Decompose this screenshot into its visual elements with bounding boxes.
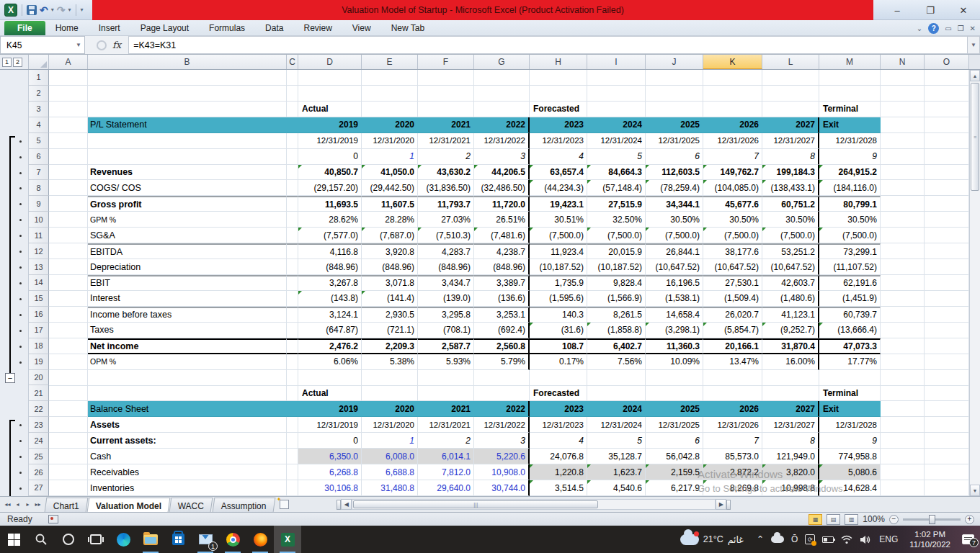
- cell-I12[interactable]: 20,015.9: [587, 243, 646, 259]
- cell-O13[interactable]: [925, 259, 969, 275]
- cell-I1[interactable]: [587, 70, 646, 86]
- cell-B6[interactable]: [88, 149, 287, 165]
- column-header-N[interactable]: N: [881, 55, 925, 69]
- cell-N5[interactable]: [881, 133, 925, 149]
- cell-E6[interactable]: 1: [362, 149, 418, 165]
- cell-F14[interactable]: 3,434.7: [418, 275, 474, 291]
- cell-E24[interactable]: 1: [362, 433, 418, 449]
- cell-L10[interactable]: 30.50%: [762, 212, 819, 228]
- restore-button[interactable]: ❐: [914, 0, 947, 20]
- cell-G9[interactable]: 11,720.0: [474, 196, 530, 212]
- first-sheet-icon[interactable]: ◂◂: [3, 501, 12, 508]
- cell-C11[interactable]: [287, 228, 298, 243]
- cell-O1[interactable]: [925, 70, 969, 86]
- cell-H13[interactable]: (10,187.52): [530, 259, 587, 275]
- cell-E21[interactable]: [362, 386, 418, 402]
- cell-I23[interactable]: 12/31/2024: [587, 417, 646, 433]
- cell-D3[interactable]: Actual: [298, 102, 362, 117]
- cell-D2[interactable]: [298, 86, 362, 102]
- cell-O4[interactable]: [925, 117, 969, 133]
- cell-E3[interactable]: [362, 102, 418, 117]
- cell-I3[interactable]: [587, 102, 646, 117]
- cell-F2[interactable]: [418, 86, 474, 102]
- cell-B21[interactable]: [88, 386, 287, 402]
- cell-K20[interactable]: [703, 370, 762, 386]
- horizontal-scroll-thumb[interactable]: |||: [353, 500, 598, 508]
- cell-D5[interactable]: 12/31/2019: [298, 133, 362, 149]
- cell-L24[interactable]: 8: [762, 433, 819, 449]
- cell-D23[interactable]: 12/31/2019: [298, 417, 362, 433]
- cell-N17[interactable]: [881, 323, 925, 338]
- cell-K9[interactable]: 45,677.6: [703, 196, 762, 212]
- cell-K19[interactable]: 13.47%: [703, 354, 762, 370]
- cell-I13[interactable]: (10,187.52): [587, 259, 646, 275]
- cell-O18[interactable]: [925, 338, 969, 354]
- cell-L15[interactable]: (1,480.6): [762, 291, 819, 307]
- cell-N4[interactable]: [881, 117, 925, 133]
- cell-J11[interactable]: (7,500.0): [646, 228, 703, 243]
- cell-J7[interactable]: 112,603.5: [646, 165, 703, 181]
- cell-E23[interactable]: 12/31/2020: [362, 417, 418, 433]
- cell-H26[interactable]: 1,220.8: [530, 464, 587, 480]
- cell-N10[interactable]: [881, 212, 925, 228]
- cell-K12[interactable]: 38,177.6: [703, 243, 762, 259]
- page-break-view-button[interactable]: ▥: [845, 514, 858, 525]
- cell-H23[interactable]: 12/31/2023: [530, 417, 587, 433]
- cell-I21[interactable]: [587, 386, 646, 402]
- cell-M6[interactable]: 9: [819, 149, 881, 165]
- cell-J25[interactable]: 56,042.8: [646, 449, 703, 464]
- column-header-K[interactable]: K: [703, 55, 762, 69]
- save-icon[interactable]: [27, 5, 37, 15]
- file-explorer-button[interactable]: [137, 526, 164, 553]
- cell-N21[interactable]: [881, 386, 925, 402]
- workbook-minimize-icon[interactable]: ▭: [945, 24, 951, 32]
- cell-A6[interactable]: [49, 149, 88, 165]
- row-header-7[interactable]: 7: [29, 165, 49, 181]
- column-header-B[interactable]: B: [88, 55, 287, 69]
- cell-F1[interactable]: [418, 70, 474, 86]
- language-indicator[interactable]: ENG: [879, 534, 898, 544]
- cell-I15[interactable]: (1,566.9): [587, 291, 646, 307]
- redo-icon[interactable]: ↷: [57, 5, 66, 15]
- cell-B8[interactable]: COGS/ COS: [88, 180, 287, 196]
- cell-F20[interactable]: [418, 370, 474, 386]
- cell-J16[interactable]: 14,658.4: [646, 307, 703, 323]
- cell-A15[interactable]: [49, 291, 88, 307]
- cell-L8[interactable]: (138,433.1): [762, 180, 819, 196]
- cell-N8[interactable]: [881, 180, 925, 196]
- cell-L25[interactable]: 121,949.0: [762, 449, 819, 464]
- cell-G4[interactable]: 2022: [474, 117, 530, 133]
- cell-H8[interactable]: (44,234.3): [530, 180, 587, 196]
- cell-F6[interactable]: 2: [418, 149, 474, 165]
- cell-J21[interactable]: [646, 386, 703, 402]
- cell-I9[interactable]: 27,515.9: [587, 196, 646, 212]
- cell-C24[interactable]: [287, 433, 298, 449]
- cell-B10[interactable]: GPM %: [88, 212, 287, 228]
- cell-H14[interactable]: 1,735.9: [530, 275, 587, 291]
- cell-F18[interactable]: 2,587.7: [418, 338, 474, 354]
- zoom-slider-thumb[interactable]: [929, 515, 935, 524]
- cell-B26[interactable]: Receivables: [88, 464, 287, 480]
- cell-J3[interactable]: [646, 102, 703, 117]
- page-layout-view-button[interactable]: ▤: [827, 514, 840, 525]
- cell-N16[interactable]: [881, 307, 925, 323]
- cell-E7[interactable]: 41,050.0: [362, 165, 418, 181]
- cell-O19[interactable]: [925, 354, 969, 370]
- cell-H18[interactable]: 108.7: [530, 338, 587, 354]
- cell-K15[interactable]: (1,509.4): [703, 291, 762, 307]
- cell-L23[interactable]: 12/31/2027: [762, 417, 819, 433]
- cell-G16[interactable]: 3,253.1: [474, 307, 530, 323]
- cell-F10[interactable]: 27.03%: [418, 212, 474, 228]
- cell-C17[interactable]: [287, 323, 298, 338]
- customize-qat-icon[interactable]: ▾: [81, 6, 84, 13]
- cell-A12[interactable]: [49, 243, 88, 259]
- cell-D18[interactable]: 2,476.2: [298, 338, 362, 354]
- store-button[interactable]: [164, 526, 192, 553]
- cell-G27[interactable]: 30,744.0: [474, 480, 530, 496]
- cell-B27[interactable]: Inventories: [88, 480, 287, 496]
- cell-O16[interactable]: [925, 307, 969, 323]
- next-sheet-icon[interactable]: ▸: [23, 501, 32, 508]
- collapse-outline-button[interactable]: −: [5, 373, 15, 383]
- cell-F15[interactable]: (139.0): [418, 291, 474, 307]
- cell-J19[interactable]: 10.09%: [646, 354, 703, 370]
